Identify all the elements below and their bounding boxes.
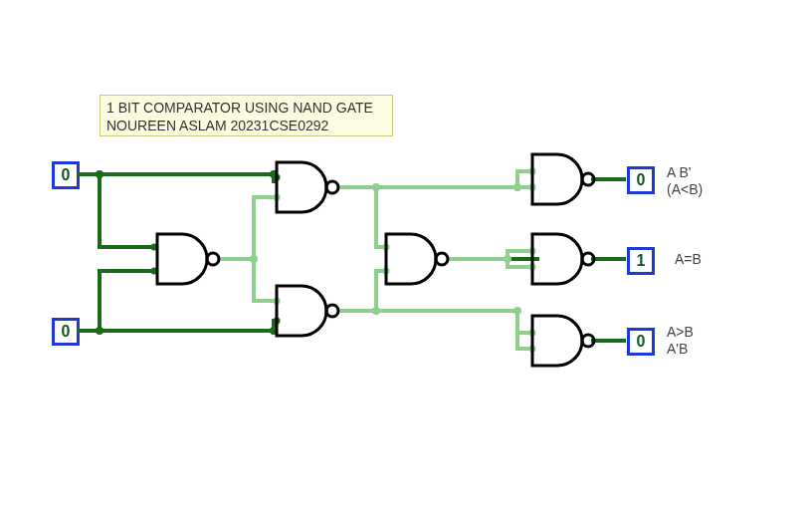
nand-gate-1: [157, 234, 219, 284]
nand-gate-2: [277, 162, 338, 212]
svg-point-1: [96, 170, 103, 178]
svg-point-10: [504, 255, 511, 263]
svg-point-6: [372, 183, 380, 191]
svg-point-9: [513, 307, 521, 315]
nand-gate-6: [532, 234, 594, 284]
nand-gate-3: [277, 286, 338, 336]
nand-gate-4: [386, 234, 448, 284]
circuit-diagram: [0, 0, 812, 508]
svg-point-8: [513, 183, 521, 191]
nand-gate-5: [532, 154, 594, 204]
svg-point-5: [250, 255, 258, 263]
svg-point-2: [96, 327, 103, 335]
nand-gate-7: [532, 316, 594, 366]
svg-point-7: [372, 307, 380, 315]
